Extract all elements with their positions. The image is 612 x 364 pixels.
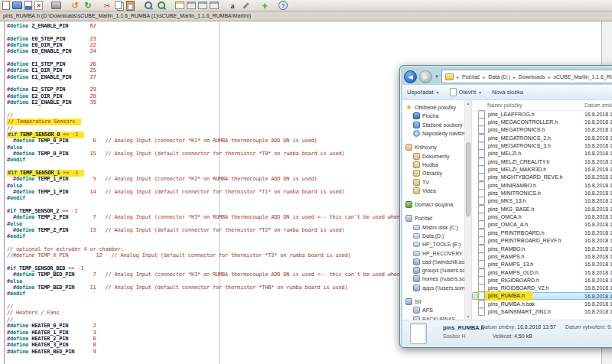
sidebar-item-label: cad (\\windchill.soma.cz) bbox=[422, 259, 464, 265]
sidebar-item[interactable]: Síť bbox=[402, 297, 464, 306]
breadcrumb-segment[interactable]: Počítač bbox=[462, 74, 480, 80]
file-row[interactable]: pins_MINIRAMBO.h16.8.2018 13:57 bbox=[472, 181, 612, 189]
file-row[interactable]: pins_SAINSMART_2IN1.h16.8.2018 13:57 bbox=[472, 308, 612, 316]
sidebar-item[interactable]: Počítač bbox=[402, 214, 464, 223]
sidebar-item[interactable]: Videa bbox=[402, 187, 464, 195]
sidebar-item[interactable]: apps (\\users.soma.cz) (Z bbox=[402, 284, 464, 292]
editor-tab[interactable]: pins_RUMBA.h (D:\Downloads\sCUBE_Marlin_… bbox=[0, 11, 612, 21]
new-window-icon[interactable] bbox=[175, 2, 184, 9]
column-header-name[interactable]: Název položky bbox=[472, 102, 522, 108]
sidebar-item[interactable]: Plocha bbox=[402, 112, 464, 120]
chevron-down-icon: ▼ bbox=[436, 90, 440, 95]
cut-icon[interactable] bbox=[102, 1, 112, 11]
file-list-pane[interactable]: Název položky Datum změny pins_LEAPFROG.… bbox=[472, 100, 612, 320]
forward-button[interactable]: ► bbox=[419, 70, 432, 83]
file-row[interactable]: pins_MELZI_MAKR3D.h16.8.2018 13:57 bbox=[472, 165, 612, 173]
sidebar-item[interactable]: Knihovny bbox=[402, 143, 464, 151]
organize-button[interactable]: Uspořádat ▼ bbox=[407, 89, 440, 96]
file-date: 16.8.2018 13:57 bbox=[584, 135, 612, 141]
back-button[interactable]: ◄ bbox=[404, 70, 417, 83]
sidebar-item[interactable]: Oblíbené položky bbox=[402, 103, 464, 112]
file-row[interactable]: pins_MELZI.h16.8.2018 13:57 bbox=[472, 150, 612, 158]
window-3-icon[interactable] bbox=[210, 2, 219, 9]
new-folder-button[interactable]: Nová složka bbox=[492, 89, 523, 96]
redo-icon[interactable] bbox=[83, 1, 93, 11]
file-row[interactable]: pins_PRINTRBOARD_REVF.h16.8.2018 13:57 bbox=[472, 237, 612, 245]
open-folder-icon[interactable] bbox=[12, 2, 22, 9]
breadcrumb[interactable]: ▸ Počítač▸Data (D:)▸Downloads▸sCUBE_Marl… bbox=[441, 70, 612, 83]
file-row[interactable]: pins_RUMBA.h16.8.2018 13:57 bbox=[472, 292, 612, 300]
sidebar-item[interactable]: cad (\\windchill.soma.cz) bbox=[402, 258, 464, 266]
breadcrumb-segment[interactable]: Downloads bbox=[519, 74, 545, 80]
print-icon[interactable] bbox=[51, 2, 61, 9]
navigation-scrollbar[interactable]: ▲ ▼ bbox=[464, 100, 472, 320]
tools-icon[interactable] bbox=[240, 1, 251, 11]
lib-icon bbox=[413, 170, 420, 177]
file-row[interactable]: pins_RIGIDBOARD.h16.8.2018 13:57 bbox=[472, 276, 612, 284]
details-file-name: pins_RUMBA.h bbox=[443, 324, 484, 331]
font-icon[interactable] bbox=[227, 1, 238, 11]
sidebar-item[interactable]: TV bbox=[402, 177, 464, 186]
copy-icon[interactable] bbox=[115, 1, 122, 9]
sidebar-item[interactable]: homes (\\users.soma.cz) bbox=[402, 275, 464, 283]
breadcrumb-segment[interactable]: sCUBE_Marlin_1.1.6_RUMBA (1) bbox=[553, 74, 612, 80]
file-name: pins_MELZI_MAKR3D.h bbox=[488, 167, 546, 172]
sidebar-item[interactable]: HP_TOOLS (E:) bbox=[402, 240, 464, 249]
find-replace-icon[interactable] bbox=[156, 1, 167, 11]
sidebar-item[interactable]: Hudba bbox=[402, 161, 464, 169]
file-row[interactable]: pins_MEGATRONICS_2.h16.8.2018 13:57 bbox=[472, 134, 612, 141]
column-header-date[interactable]: Datum změny bbox=[584, 102, 612, 108]
file-row[interactable]: pins_OMCA.h16.8.2018 13:57 bbox=[472, 213, 612, 220]
chevron-down-icon: ▼ bbox=[478, 90, 482, 95]
file-row[interactable]: pins_RAMPS_OLD.h16.8.2018 13:57 bbox=[472, 268, 612, 276]
file-row[interactable]: pins_PRINTRBOARD.h16.8.2018 13:57 bbox=[472, 229, 612, 236]
file-row[interactable]: pins_RAMPS_13.h16.8.2018 13:57 bbox=[472, 261, 612, 268]
scrollbar-thumb[interactable] bbox=[466, 142, 470, 216]
file-row[interactable]: pins_RUMBA.h.bak16.8.2018 13:57 bbox=[472, 300, 612, 307]
file-row[interactable]: pins_OMCA_A.h16.8.2018 13:57 bbox=[472, 221, 612, 229]
explorer-window[interactable]: ◄ ► ▼ ▸ Počítač▸Data (D:)▸Downloads▸sCUB… bbox=[399, 65, 612, 348]
sidebar-item[interactable]: APS bbox=[402, 306, 464, 314]
sidebar-item[interactable]: HP_RECOVERY (G:) bbox=[402, 249, 464, 257]
navigation-pane[interactable]: Oblíbené položkyPlochaStažené souboryNap… bbox=[402, 100, 464, 320]
sidebar-item[interactable]: Domácí skupina bbox=[402, 200, 464, 209]
open-button[interactable]: Otevřít ▼ bbox=[450, 88, 482, 96]
file-row[interactable]: pins_MEGATRONICS.h16.8.2018 13:57 bbox=[472, 126, 612, 134]
add-plugin-icon[interactable] bbox=[259, 1, 270, 11]
sidebar-item[interactable]: groups (\\users.soma.cz) bbox=[402, 266, 464, 275]
sidebar-item[interactable]: Obrázky bbox=[402, 169, 464, 177]
history-dropdown-icon[interactable]: ▼ bbox=[435, 74, 439, 79]
sidebar-item[interactable]: Místní disk (C:) bbox=[402, 223, 464, 232]
new-file-icon[interactable] bbox=[2, 1, 10, 10]
help-icon[interactable] bbox=[278, 1, 288, 10]
file-row[interactable]: pins_RAMBO.h16.8.2018 13:57 bbox=[472, 245, 612, 252]
scroll-down-icon[interactable]: ▼ bbox=[465, 314, 471, 320]
find-icon[interactable] bbox=[143, 1, 154, 11]
sidebar-item-label: groups (\\users.soma.cz) bbox=[422, 268, 464, 273]
window-1-icon[interactable] bbox=[187, 2, 196, 9]
file-name: pins_MEGACONTROLLER.h bbox=[488, 119, 558, 125]
sidebar-item[interactable]: Data (D:) bbox=[402, 232, 464, 240]
file-row[interactable]: pins_MINITRONICS.h16.8.2018 13:57 bbox=[472, 189, 612, 197]
scroll-up-icon[interactable]: ▲ bbox=[465, 100, 471, 106]
file-name: pins_OMCA_A.h bbox=[488, 222, 528, 227]
sidebar-item[interactable]: Naposledy navštívené bbox=[402, 129, 464, 138]
save-file-icon[interactable] bbox=[24, 1, 32, 10]
paste-icon[interactable] bbox=[126, 1, 135, 11]
undo-icon[interactable] bbox=[70, 1, 80, 11]
computer-icon bbox=[405, 215, 412, 222]
file-row[interactable]: pins_MELZI_CREALITY.h16.8.2018 13:57 bbox=[472, 158, 612, 165]
sidebar-item[interactable]: Dokumenty bbox=[402, 151, 464, 160]
file-row[interactable]: pins_MKS_13.h16.8.2018 13:57 bbox=[472, 197, 612, 205]
lib-icon bbox=[413, 179, 420, 186]
window-2-icon[interactable] bbox=[198, 2, 207, 9]
file-row[interactable]: pins_MKS_BASE.h16.8.2018 13:57 bbox=[472, 205, 612, 213]
close-file-icon[interactable] bbox=[34, 1, 43, 10]
file-row[interactable]: pins_MEGATRONICS_3.h16.8.2018 13:57 bbox=[472, 141, 612, 149]
breadcrumb-segment[interactable]: Data (D:) bbox=[488, 74, 509, 80]
sidebar-item[interactable]: Stažené soubory bbox=[402, 121, 464, 129]
file-row[interactable]: pins_MEGACONTROLLER.h16.8.2018 13:57 bbox=[472, 118, 612, 125]
file-row[interactable]: pins_RAMPS.h16.8.2018 13:57 bbox=[472, 252, 612, 260]
file-row[interactable]: pins_LEAPFROG.h16.8.2018 13:57 bbox=[472, 110, 612, 118]
file-row[interactable]: pins_MIGHTYBOARD_REVE.h16.8.2018 13:57 bbox=[472, 174, 612, 181]
